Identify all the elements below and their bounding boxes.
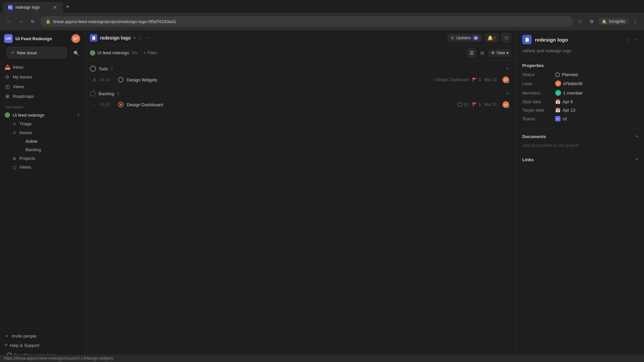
filter-button[interactable]: + Filter bbox=[141, 49, 160, 57]
sidebar-item-my-issues[interactable]: ⊙ My issues bbox=[2, 72, 82, 81]
status-circle-icon bbox=[555, 72, 560, 77]
documents-empty: Add documents to the project bbox=[522, 143, 639, 148]
team-name: UI Feed Redesign bbox=[15, 36, 69, 41]
add-link-button[interactable]: + bbox=[635, 156, 639, 163]
prop-members: Members CC 1 member bbox=[522, 90, 639, 96]
active-tab[interactable]: RL redesign logo ✕ bbox=[3, 2, 63, 13]
tab-favicon: RL bbox=[8, 5, 13, 10]
sidebar: UR UI Feed Redesign D7 + New issue 🔍 📥 I… bbox=[0, 30, 85, 362]
backlog-add-button[interactable]: + bbox=[504, 90, 511, 97]
view-select-button[interactable]: 👁 View ▾ bbox=[488, 49, 511, 57]
project-star-button[interactable]: ☆ bbox=[138, 35, 143, 41]
properties-section: Properties Status Planned Lead D7 d7bdeb… bbox=[517, 59, 644, 129]
triage-icon: ⊙ bbox=[12, 122, 17, 126]
sidebar-item-projects[interactable]: ⊞ Projects bbox=[9, 154, 80, 163]
menu-button[interactable]: ⋮ bbox=[631, 17, 640, 26]
prop-lead: Lead D7 d7bdeb36 bbox=[522, 80, 639, 86]
flag-icon-ui13: 🚩 bbox=[472, 102, 477, 107]
panel-options-button[interactable]: ··· bbox=[634, 37, 639, 43]
start-date-value[interactable]: 📅 Apr 6 bbox=[555, 99, 573, 104]
members-value[interactable]: CC 1 member bbox=[555, 90, 583, 96]
board-view-button[interactable]: ⊞ bbox=[478, 48, 487, 58]
invite-people-button[interactable]: ＋ Invite people bbox=[2, 331, 82, 341]
sub-progress-ui13: 0/1 bbox=[458, 102, 469, 107]
online-indicator-ui13 bbox=[507, 106, 509, 108]
address-bar[interactable]: 🔒 linear.app/ui-feed-redesign/project/re… bbox=[40, 16, 573, 27]
right-panel: 📋 redesign logo ☆ ··· rethink and redesi… bbox=[517, 30, 644, 362]
tab-close-button[interactable]: ✕ bbox=[52, 5, 58, 10]
bookmark-button[interactable]: ☆ bbox=[576, 17, 585, 26]
sidebar-item-triage[interactable]: ⊙ Triage bbox=[9, 120, 80, 128]
online-indicator bbox=[507, 81, 509, 83]
lead-value[interactable]: D7 d7bdeb36 bbox=[555, 80, 583, 86]
lock-icon: 🔒 bbox=[46, 19, 51, 24]
panel-toggle-button[interactable]: ⊡ bbox=[501, 33, 511, 43]
sidebar-item-active[interactable]: Active bbox=[23, 137, 80, 145]
help-icon: ? bbox=[5, 343, 7, 348]
issue-flags-ui14: 🚩 1 bbox=[472, 77, 481, 82]
main-area: 📋 redesign logo ▾ ☆ ··· ⊙ Updates ● 🔔 ▾ … bbox=[85, 30, 517, 362]
project-header-title: redesign logo bbox=[100, 35, 131, 41]
add-document-button[interactable]: + bbox=[635, 133, 639, 140]
documents-header: Documents + bbox=[522, 133, 639, 140]
prop-target-date: Target date 📅 Apr 13 bbox=[522, 108, 639, 113]
updates-button[interactable]: ⊙ Updates ● bbox=[447, 34, 482, 42]
issue-title-ui14: Design Widgets bbox=[127, 77, 430, 82]
project-badge: Ui feed redesign 0% bbox=[90, 50, 138, 56]
user-avatar[interactable]: D7 bbox=[71, 34, 80, 43]
sidebar-header: UR UI Feed Redesign D7 bbox=[0, 30, 84, 46]
panel-project-icon: 📋 bbox=[522, 35, 532, 44]
todo-section-count: 1 bbox=[111, 66, 113, 71]
sidebar-item-views[interactable]: ◫ Views bbox=[2, 82, 82, 91]
new-issue-button[interactable]: + New issue bbox=[7, 47, 67, 58]
panel-description: rethink and redesign logo bbox=[517, 47, 644, 59]
teams-value[interactable]: UI UI bbox=[555, 116, 567, 121]
new-tab-button[interactable]: + bbox=[63, 2, 72, 11]
plus-icon: + bbox=[11, 50, 14, 56]
main-header: 📋 redesign logo ▾ ☆ ··· ⊙ Updates ● 🔔 ▾ … bbox=[85, 30, 517, 46]
search-button[interactable]: 🔍 bbox=[71, 49, 81, 58]
status-value[interactable]: Planned bbox=[555, 72, 578, 77]
todo-section-name: Todo bbox=[99, 66, 108, 71]
views-icon: ◫ bbox=[5, 84, 10, 89]
start-date-label: Start date bbox=[522, 99, 552, 104]
issues-sub-nav: Active Backlog bbox=[9, 137, 80, 154]
help-support-button[interactable]: ? Help & Support bbox=[2, 341, 82, 350]
issue-id-ui13: UI-13 bbox=[100, 102, 115, 107]
prop-status: Status Planned bbox=[522, 72, 639, 77]
issue-status-todo bbox=[118, 77, 123, 82]
issue-row-ui13[interactable]: ··· UI-13 Design Dashboard 0/1 🚩 1 Mar 3… bbox=[87, 99, 515, 110]
team-dot bbox=[5, 112, 10, 118]
tab-title: redesign logo bbox=[15, 5, 40, 10]
members-label: Members bbox=[522, 90, 552, 96]
sidebar-item-inbox[interactable]: 📥 Inbox bbox=[2, 62, 82, 72]
list-view-button[interactable]: ☰ bbox=[467, 48, 476, 58]
extension-icon: ⚙ bbox=[587, 17, 596, 26]
todo-add-button[interactable]: + bbox=[504, 65, 511, 72]
sidebar-item-views-team[interactable]: ◫ Views bbox=[9, 163, 80, 171]
sidebar-item-issues[interactable]: ⊙ Issues bbox=[9, 128, 80, 137]
target-date-value[interactable]: 📅 Apr 13 bbox=[555, 108, 575, 113]
progress-percent: 0% bbox=[132, 51, 138, 55]
status-url: https://linear.app/ui-feed-redesign/issu… bbox=[4, 356, 113, 361]
sidebar-item-backlog[interactable]: Backlog bbox=[23, 145, 80, 154]
forward-button[interactable]: → bbox=[16, 17, 25, 26]
issues-toolbar: Ui feed redesign 0% + Filter ☰ ⊞ 👁 View … bbox=[85, 46, 517, 60]
reload-button[interactable]: ↻ bbox=[28, 17, 38, 26]
issue-title-ui13: Design Dashboard bbox=[127, 102, 454, 107]
panel-star-button[interactable]: ☆ bbox=[627, 37, 631, 42]
backlog-status-icon bbox=[90, 90, 96, 97]
section-todo[interactable]: Todo 1 + bbox=[85, 63, 517, 74]
project-options-button[interactable]: ··· bbox=[146, 35, 150, 41]
view-chevron-icon: ▾ bbox=[506, 51, 508, 55]
section-backlog[interactable]: Backlog 1 + bbox=[85, 88, 517, 99]
sidebar-item-roadmaps[interactable]: ⊞ Roadmaps bbox=[2, 92, 82, 101]
issue-flags-ui13: 🚩 1 bbox=[472, 102, 481, 107]
prop-teams: Teams UI UI bbox=[522, 116, 639, 121]
team-ui-feed[interactable]: Ui feed redesign ▾ bbox=[2, 110, 82, 120]
flag-icon: 🚩 bbox=[472, 77, 477, 82]
back-button[interactable]: ← bbox=[4, 17, 13, 26]
issue-row-ui14[interactable]: ⚠ UI-14 Design Widgets › Design Dashboar… bbox=[87, 74, 515, 85]
my-issues-icon: ⊙ bbox=[5, 74, 10, 79]
notification-button[interactable]: 🔔 ▾ bbox=[485, 34, 498, 42]
